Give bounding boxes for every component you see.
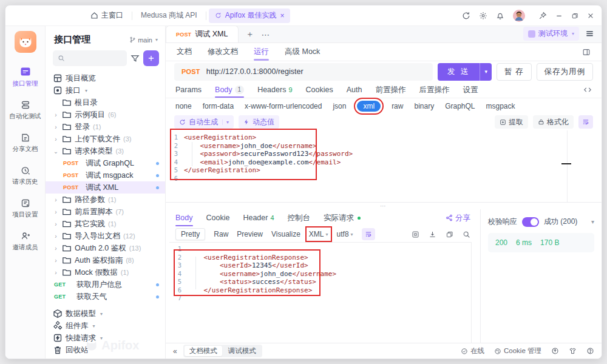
layout-panel-icon[interactable]	[582, 48, 591, 56]
format-dropdown[interactable]: XML▾	[309, 230, 328, 238]
avatar[interactable]	[513, 10, 525, 22]
dynamic-value-button[interactable]: 动态值	[239, 115, 279, 129]
rail-item-api-manage[interactable]: 接口管理	[9, 66, 41, 88]
response-tab-Body[interactable]: Body	[175, 209, 193, 226]
url-bar[interactable]: POST http://127.0.0.1:8000/register	[174, 63, 433, 81]
tree-folder-示例项目[interactable]: ›示例项目(6)	[46, 109, 165, 121]
request-body-editor[interactable]: 1<userRegistration>2 <username>john_doe<…	[166, 130, 602, 202]
response-tab-控制台[interactable]: 控制台	[288, 209, 311, 226]
tab-高级 Mock[interactable]: 高级 Mock	[285, 43, 320, 61]
chevron-down-icon[interactable]: ⌄	[53, 148, 59, 155]
theme-icon[interactable]	[569, 347, 577, 355]
branch-selector[interactable]: main ▾	[129, 36, 158, 44]
search-input[interactable]	[53, 50, 127, 66]
response-body-editor[interactable]: 12 <userRegistrationResponse>3 <userId>1…	[169, 242, 472, 343]
request-tab-前置操作[interactable]: 前置操作	[375, 82, 405, 98]
tree-folder-请求体类型[interactable]: ⌄请求体类型(3)	[46, 145, 165, 157]
tree-folder-Auth 鉴权指南[interactable]: ›Auth 鉴权指南(8)	[46, 254, 165, 266]
stash-button[interactable]: 暂 存	[497, 63, 531, 81]
restore-icon[interactable]	[571, 12, 578, 19]
tree-root-folder[interactable]: 根目录	[46, 96, 165, 109]
body-type-json[interactable]: json	[333, 102, 346, 110]
menu-icon[interactable]	[585, 29, 594, 38]
request-tab-Auth[interactable]: Auth	[347, 82, 362, 98]
chevron-right-icon[interactable]: ›	[53, 112, 59, 118]
body-type-none[interactable]: none	[175, 102, 192, 110]
extract-button[interactable]: 提取	[495, 115, 528, 129]
response-tab-Header[interactable]: Header4	[243, 209, 274, 226]
cookie-manager[interactable]: Cookie 管理	[494, 346, 541, 356]
view-mode-Raw[interactable]: Raw	[214, 230, 228, 238]
chevron-right-icon[interactable]: ›	[53, 197, 59, 203]
tree-folder-其它实践[interactable]: ›其它实践(1)	[46, 218, 165, 230]
close-tab-icon[interactable]: ×	[280, 12, 284, 20]
chevron-right-icon[interactable]: ›	[53, 245, 59, 252]
encoding-dropdown[interactable]: utf8▾	[337, 230, 353, 238]
search-response-icon[interactable]	[463, 231, 470, 238]
expand-table-icon[interactable]	[412, 231, 419, 238]
rail-item-project-settings[interactable]: 项目设置	[9, 198, 41, 219]
updates-icon[interactable]	[551, 347, 559, 355]
bell-icon[interactable]	[496, 12, 504, 20]
sync-icon[interactable]	[462, 12, 470, 20]
new-tab-icon[interactable]: ＋	[246, 29, 254, 40]
chevron-right-icon[interactable]: ›	[53, 269, 59, 276]
share-button[interactable]: 分享	[446, 213, 470, 223]
tree-folder-路径参数[interactable]: ›路径参数(1)	[46, 194, 165, 206]
view-mode-Preview[interactable]: Preview	[237, 230, 263, 238]
tree-folder-前后置脚本[interactable]: ›前后置脚本(7)	[46, 206, 165, 218]
home-window-tab[interactable]: 主窗口	[84, 10, 129, 21]
body-type-raw[interactable]: raw	[392, 102, 403, 110]
request-tab-后置操作[interactable]: 后置操作	[419, 82, 449, 98]
body-type-x-www-form-urlencoded[interactable]: x-www-form-urlencoded	[245, 102, 322, 110]
apifox-logo[interactable]	[15, 31, 36, 53]
debug-mode-button[interactable]: 调试模式	[223, 346, 261, 356]
sidebar-item-项目概览[interactable]: 项目概览	[46, 72, 165, 84]
project-window-tab[interactable]: Medusa 商城 API	[135, 10, 203, 21]
body-type-GraphQL[interactable]: GraphQL	[445, 102, 475, 110]
tree-folder-登录[interactable]: ›登录(1)	[46, 121, 165, 133]
request-tab-设置[interactable]: 设置	[463, 82, 478, 98]
panel-splitter[interactable]: ⋯	[166, 202, 602, 209]
copy-icon[interactable]	[446, 231, 453, 238]
word-wrap-icon[interactable]	[578, 115, 593, 129]
sidebar-item-组件库[interactable]: 组件库▾	[46, 320, 165, 332]
chevron-right-icon[interactable]: ›	[53, 233, 59, 240]
request-tab-Body[interactable]: Body1	[215, 82, 244, 98]
chevron-right-icon[interactable]: ›	[53, 124, 59, 130]
close-window-icon[interactable]	[587, 12, 594, 19]
tab-运行[interactable]: 运行	[254, 43, 269, 61]
tab-文档[interactable]: 文档	[177, 43, 192, 61]
body-type-binary[interactable]: binary	[414, 102, 434, 110]
request-tab-Params[interactable]: Params	[175, 82, 202, 98]
body-type-xml[interactable]: xml	[357, 101, 381, 112]
wrap-lines-icon[interactable]	[362, 228, 375, 240]
response-tab-实际请求[interactable]: 实际请求	[324, 209, 361, 226]
request-tab-Cookies[interactable]: Cookies	[306, 82, 333, 98]
tree-folder-OAuth 2.0 鉴权[interactable]: ›OAuth 2.0 鉴权(13)	[46, 242, 165, 254]
auto-generate-button[interactable]: 自动生成 ▾	[174, 115, 234, 129]
add-button[interactable]	[143, 50, 159, 66]
format-button[interactable]: 格式化	[533, 115, 574, 129]
tree-folder-Mock 假数据[interactable]: ›Mock 假数据(1)	[46, 266, 165, 278]
rail-item-history[interactable]: 请求历史	[9, 166, 41, 186]
chevron-right-icon[interactable]: ›	[53, 221, 59, 228]
sidebar-item-快捷请求[interactable]: 快捷请求▾	[46, 332, 165, 344]
more-tabs-icon[interactable]: ⋯	[262, 30, 270, 39]
validate-toggle[interactable]	[522, 217, 539, 227]
sidebar-item-数据模型[interactable]: 数据模型▾	[46, 308, 165, 320]
active-project-tab[interactable]: Apifox 最佳实践 ×	[209, 8, 291, 23]
chevron-down-icon[interactable]: ▾	[591, 218, 594, 225]
minimize-icon[interactable]	[555, 12, 563, 19]
send-options-icon[interactable]: ▾	[480, 63, 492, 81]
chevron-right-icon[interactable]: ›	[53, 257, 59, 264]
tree-request-获取用户信息[interactable]: GET获取用户信息	[46, 278, 165, 291]
rail-item-share-doc[interactable]: 分享文档	[9, 133, 41, 153]
doc-mode-button[interactable]: 文档模式	[185, 346, 222, 356]
tree-request-调试 GraphQL[interactable]: POST调试 GraphQL	[46, 157, 165, 169]
tab-修改文档[interactable]: 修改文档	[208, 43, 238, 61]
tree-folder-导入导出文档[interactable]: ›导入导出文档(12)	[46, 230, 165, 242]
tree-request-获取天气[interactable]: GET获取天气	[46, 291, 165, 303]
body-type-msgpack[interactable]: msgpack	[486, 102, 515, 110]
request-tab-Headers[interactable]: Headers9	[257, 82, 292, 98]
